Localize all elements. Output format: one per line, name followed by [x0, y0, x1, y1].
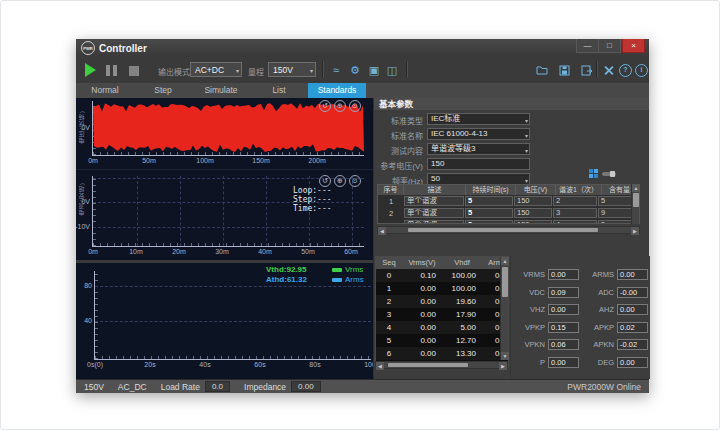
- thd-plot-area: [94, 271, 371, 360]
- scroll-right-icon[interactable]: ▶: [499, 362, 507, 370]
- seq-table-hscrollbar[interactable]: ◀ ▶: [375, 361, 508, 369]
- scrollbar-thumb[interactable]: [633, 193, 639, 207]
- range-select[interactable]: 150V ▾: [268, 62, 316, 77]
- measurement-value: 0.00: [548, 304, 579, 315]
- tools-icon[interactable]: [601, 63, 616, 77]
- measurement-row: VHZ0.00AHZ0.00: [513, 303, 648, 315]
- cell: 0.10: [402, 269, 442, 282]
- cell: 150: [514, 220, 552, 224]
- scroll-down-icon[interactable]: ▼: [501, 352, 509, 360]
- cell: 3: [553, 208, 597, 218]
- scroll-up-icon[interactable]: ▲: [632, 184, 640, 192]
- save-icon[interactable]: [557, 63, 572, 77]
- instrument-icon[interactable]: ▣: [366, 62, 382, 78]
- tab-list[interactable]: List: [250, 83, 308, 98]
- cell: 150: [514, 196, 552, 206]
- table-row[interactable]: 2单个谐波5150391: [378, 207, 640, 219]
- help-icon[interactable]: ?: [618, 63, 633, 77]
- x-tick-label: 50m: [293, 248, 323, 255]
- tab-simulate[interactable]: Simulate: [192, 83, 250, 98]
- measurement-value: 0.15: [548, 322, 579, 333]
- x-tick-label: 40m: [250, 248, 280, 255]
- param-value: IEC标准: [431, 114, 460, 123]
- screen-icon[interactable]: ◫: [384, 62, 400, 78]
- step-table-hscrollbar[interactable]: ◀ ▶: [377, 226, 640, 234]
- step-table-vscrollbar[interactable]: ▲: [631, 184, 639, 224]
- toolbar-separator: [406, 61, 408, 78]
- measurement-value: 0.09: [548, 287, 579, 298]
- close-button[interactable]: ×: [622, 39, 645, 53]
- param-input[interactable]: 150: [427, 158, 530, 170]
- cell: 4: [553, 220, 597, 224]
- folder-open-icon[interactable]: [534, 63, 549, 77]
- param-select[interactable]: IEC标准▾: [427, 113, 530, 125]
- export-icon[interactable]: [579, 63, 594, 77]
- zoom-icon[interactable]: ⊕: [334, 100, 346, 112]
- scrollbar-thumb[interactable]: [408, 228, 598, 232]
- y-tick-label: 80: [76, 282, 92, 289]
- param-select[interactable]: IEC 61000-4-13▾: [427, 128, 530, 140]
- scrollbar-thumb[interactable]: [388, 363, 468, 367]
- device-status: PWR2000W Online: [567, 382, 641, 392]
- zoom-icon[interactable]: ⊕: [334, 175, 346, 187]
- play-icon[interactable]: [85, 63, 96, 77]
- seq-table: SeqVrms(V)VhdfArms00.10100.000.010.00100…: [375, 256, 509, 368]
- gear-icon[interactable]: ⚙: [347, 62, 363, 78]
- tab-standards[interactable]: Standards: [308, 83, 366, 98]
- table-row[interactable]: 00.10100.000.0: [376, 269, 509, 282]
- measurement-value: 0.00: [548, 269, 579, 280]
- thd-annotation: Athd:61.32: [266, 275, 307, 284]
- scroll-up-icon[interactable]: ▲: [501, 257, 509, 265]
- load-rate-label: Load Rate: [161, 382, 200, 392]
- table-row[interactable]: 50.0012.700.0: [376, 334, 509, 347]
- maximize-button[interactable]: □: [598, 39, 621, 53]
- output-mode-select[interactable]: AC+DC ▾: [190, 62, 242, 77]
- settings-icon[interactable]: ⊙: [349, 100, 361, 112]
- measurement-label: APKN: [584, 340, 614, 349]
- scroll-right-icon[interactable]: ▶: [631, 227, 639, 235]
- expand-grid-icon[interactable]: [589, 169, 598, 178]
- param-select[interactable]: 单谐波等级3▾: [427, 143, 530, 155]
- table-row[interactable]: 3单个谐波5150451: [378, 219, 640, 224]
- output-mode-value: AC+DC: [195, 65, 224, 75]
- pause-icon[interactable]: [106, 65, 117, 76]
- y-tick-label: 40: [76, 317, 92, 324]
- info-icon[interactable]: i: [634, 63, 649, 77]
- cell: 1: [376, 282, 402, 295]
- x-tick-label: 60m: [336, 248, 366, 255]
- measurement-label: VHZ: [513, 305, 545, 314]
- cell: 0.00: [402, 321, 442, 334]
- table-row[interactable]: 60.0013.300.0: [376, 347, 509, 360]
- stop-icon[interactable]: [129, 66, 139, 76]
- toolbar: 输出模式 AC+DC ▾ 量程 150V ▾ ≈ ⚙ ▣ ◫: [76, 57, 649, 84]
- minimize-button[interactable]: —: [576, 39, 599, 53]
- settings-icon[interactable]: ⊙: [349, 175, 361, 187]
- scroll-left-icon[interactable]: ◀: [378, 227, 386, 235]
- app-logo-icon: PWR: [81, 41, 95, 55]
- step-table-header: 序号描述持续时间(s)电压(V)谐波1（次）含有量1时间间隔(s: [378, 185, 640, 195]
- table-row[interactable]: 30.0017.900.0: [376, 308, 509, 321]
- seq-table-vscrollbar[interactable]: ▲ ▼: [500, 257, 508, 360]
- cell: 0.00: [402, 282, 442, 295]
- column-header: 序号: [378, 185, 404, 195]
- table-row[interactable]: 40.005.000.0: [376, 321, 509, 334]
- table-row[interactable]: 20.0019.600.0: [376, 295, 509, 308]
- x-tick-label: 10m: [121, 248, 151, 255]
- x-tick-label: 20s: [135, 361, 165, 368]
- refresh-icon[interactable]: ↺: [319, 100, 331, 112]
- scroll-left-icon[interactable]: ◀: [376, 362, 384, 370]
- cell: 3: [376, 308, 402, 321]
- x-tick-label: 80s: [300, 361, 330, 368]
- cell: 0.00: [402, 308, 442, 321]
- measurement-label: ADC: [584, 288, 614, 297]
- tab-step[interactable]: Step: [134, 83, 192, 98]
- mini-slider[interactable]: [602, 172, 616, 176]
- chevron-down-icon: ▾: [236, 67, 239, 74]
- cell: 150: [514, 208, 552, 218]
- table-row[interactable]: 10.00100.000.0: [376, 282, 509, 295]
- measurement-label: VDC: [513, 288, 545, 297]
- waveform-icon[interactable]: ≈: [328, 62, 344, 78]
- tab-normal[interactable]: Normal: [76, 83, 134, 98]
- scrollbar-thumb[interactable]: [502, 267, 508, 297]
- table-row[interactable]: 1单个谐波5150251: [378, 195, 640, 207]
